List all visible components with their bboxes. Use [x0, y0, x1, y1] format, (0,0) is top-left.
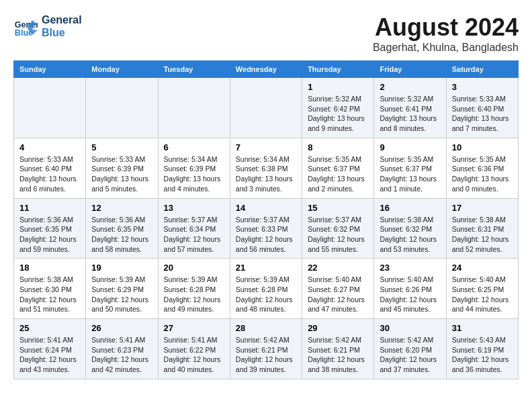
day-cell: 9Sunrise: 5:35 AM Sunset: 6:37 PM Daylig…: [374, 138, 446, 198]
day-info: Sunrise: 5:34 AM Sunset: 6:38 PM Dayligh…: [236, 155, 293, 193]
day-cell: 27Sunrise: 5:41 AM Sunset: 6:22 PM Dayli…: [158, 319, 230, 379]
week-row-5: 25Sunrise: 5:41 AM Sunset: 6:24 PM Dayli…: [14, 319, 519, 379]
day-number: 30: [380, 323, 440, 333]
day-info: Sunrise: 5:38 AM Sunset: 6:32 PM Dayligh…: [380, 216, 437, 253]
day-info: Sunrise: 5:39 AM Sunset: 6:28 PM Dayligh…: [236, 275, 293, 313]
header-saturday: Saturday: [446, 61, 518, 78]
header-sunday: Sunday: [14, 61, 86, 78]
header-thursday: Thursday: [302, 61, 374, 78]
day-number: 26: [91, 323, 152, 333]
day-info: Sunrise: 5:41 AM Sunset: 6:24 PM Dayligh…: [19, 336, 77, 373]
day-info: Sunrise: 5:42 AM Sunset: 6:20 PM Dayligh…: [380, 336, 437, 373]
day-info: Sunrise: 5:42 AM Sunset: 6:21 PM Dayligh…: [308, 336, 365, 373]
main-title: August 2024: [373, 13, 519, 42]
day-cell: 12Sunrise: 5:36 AM Sunset: 6:35 PM Dayli…: [86, 198, 158, 259]
day-number: 17: [452, 203, 513, 213]
day-cell: 19Sunrise: 5:39 AM Sunset: 6:29 PM Dayli…: [86, 259, 158, 319]
day-cell: 17Sunrise: 5:38 AM Sunset: 6:31 PM Dayli…: [446, 198, 518, 259]
day-number: 29: [308, 323, 368, 333]
day-cell: 24Sunrise: 5:40 AM Sunset: 6:25 PM Dayli…: [446, 259, 518, 319]
header-monday: Monday: [86, 61, 158, 78]
day-info: Sunrise: 5:40 AM Sunset: 6:26 PM Dayligh…: [380, 275, 437, 313]
day-cell: 14Sunrise: 5:37 AM Sunset: 6:33 PM Dayli…: [230, 198, 302, 259]
day-number: 4: [19, 142, 80, 152]
day-cell: 30Sunrise: 5:42 AM Sunset: 6:20 PM Dayli…: [374, 319, 446, 379]
week-row-1: 1Sunrise: 5:32 AM Sunset: 6:42 PM Daylig…: [14, 78, 519, 138]
day-info: Sunrise: 5:40 AM Sunset: 6:27 PM Dayligh…: [308, 275, 365, 313]
day-info: Sunrise: 5:36 AM Sunset: 6:35 PM Dayligh…: [91, 216, 148, 253]
day-info: Sunrise: 5:37 AM Sunset: 6:32 PM Dayligh…: [308, 216, 365, 253]
title-block: August 2024 Bagerhat, Khulna, Bangladesh: [373, 13, 519, 54]
day-cell: 18Sunrise: 5:38 AM Sunset: 6:30 PM Dayli…: [14, 259, 86, 319]
day-cell: 8Sunrise: 5:35 AM Sunset: 6:37 PM Daylig…: [302, 138, 374, 198]
page-header: General Blue General Blue August 2024 Ba…: [13, 13, 519, 54]
day-cell: 28Sunrise: 5:42 AM Sunset: 6:21 PM Dayli…: [230, 319, 302, 379]
day-info: Sunrise: 5:34 AM Sunset: 6:39 PM Dayligh…: [164, 155, 221, 193]
week-row-3: 11Sunrise: 5:36 AM Sunset: 6:35 PM Dayli…: [14, 198, 519, 259]
day-cell: 13Sunrise: 5:37 AM Sunset: 6:34 PM Dayli…: [158, 198, 230, 259]
day-info: Sunrise: 5:41 AM Sunset: 6:22 PM Dayligh…: [164, 336, 221, 373]
day-info: Sunrise: 5:42 AM Sunset: 6:21 PM Dayligh…: [236, 336, 293, 373]
day-number: 16: [380, 203, 440, 213]
subtitle: Bagerhat, Khulna, Bangladesh: [373, 42, 519, 54]
day-cell: 6Sunrise: 5:34 AM Sunset: 6:39 PM Daylig…: [158, 138, 230, 198]
day-number: 18: [19, 263, 80, 273]
day-cell: 2Sunrise: 5:32 AM Sunset: 6:41 PM Daylig…: [374, 78, 446, 138]
day-number: 31: [452, 323, 513, 333]
day-cell: 21Sunrise: 5:39 AM Sunset: 6:28 PM Dayli…: [230, 259, 302, 319]
day-number: 19: [91, 263, 152, 273]
day-number: 6: [164, 142, 224, 152]
day-cell: [86, 78, 158, 138]
week-row-2: 4Sunrise: 5:33 AM Sunset: 6:40 PM Daylig…: [14, 138, 519, 198]
day-cell: 22Sunrise: 5:40 AM Sunset: 6:27 PM Dayli…: [302, 259, 374, 319]
day-number: 24: [452, 263, 513, 273]
day-cell: 16Sunrise: 5:38 AM Sunset: 6:32 PM Dayli…: [374, 198, 446, 259]
calendar-table: Sunday Monday Tuesday Wednesday Thursday…: [13, 60, 519, 379]
day-number: 5: [91, 142, 152, 152]
day-number: 3: [452, 82, 513, 92]
day-number: 22: [308, 263, 368, 273]
day-number: 9: [380, 142, 440, 152]
day-cell: 15Sunrise: 5:37 AM Sunset: 6:32 PM Dayli…: [302, 198, 374, 259]
header-wednesday: Wednesday: [230, 61, 302, 78]
logo-icon: General Blue: [13, 14, 38, 38]
day-info: Sunrise: 5:39 AM Sunset: 6:28 PM Dayligh…: [164, 275, 221, 313]
logo-name-line1: General: [42, 13, 82, 26]
day-cell: 11Sunrise: 5:36 AM Sunset: 6:35 PM Dayli…: [14, 198, 86, 259]
day-info: Sunrise: 5:38 AM Sunset: 6:31 PM Dayligh…: [452, 216, 509, 253]
day-cell: 26Sunrise: 5:41 AM Sunset: 6:23 PM Dayli…: [86, 319, 158, 379]
header-row: Sunday Monday Tuesday Wednesday Thursday…: [14, 61, 519, 78]
day-number: 28: [236, 323, 296, 333]
day-cell: 3Sunrise: 5:33 AM Sunset: 6:40 PM Daylig…: [446, 78, 518, 138]
day-info: Sunrise: 5:32 AM Sunset: 6:41 PM Dayligh…: [380, 95, 437, 132]
day-number: 27: [164, 323, 224, 333]
day-info: Sunrise: 5:43 AM Sunset: 6:19 PM Dayligh…: [452, 336, 509, 373]
header-friday: Friday: [374, 61, 446, 78]
day-cell: 29Sunrise: 5:42 AM Sunset: 6:21 PM Dayli…: [302, 319, 374, 379]
day-cell: 25Sunrise: 5:41 AM Sunset: 6:24 PM Dayli…: [14, 319, 86, 379]
day-info: Sunrise: 5:35 AM Sunset: 6:37 PM Dayligh…: [308, 155, 365, 193]
day-cell: 5Sunrise: 5:33 AM Sunset: 6:39 PM Daylig…: [86, 138, 158, 198]
day-cell: [158, 78, 230, 138]
day-info: Sunrise: 5:33 AM Sunset: 6:40 PM Dayligh…: [452, 95, 509, 132]
day-cell: 1Sunrise: 5:32 AM Sunset: 6:42 PM Daylig…: [302, 78, 374, 138]
day-info: Sunrise: 5:33 AM Sunset: 6:40 PM Dayligh…: [19, 155, 77, 193]
day-number: 10: [452, 142, 513, 152]
day-info: Sunrise: 5:35 AM Sunset: 6:36 PM Dayligh…: [452, 155, 509, 193]
day-info: Sunrise: 5:32 AM Sunset: 6:42 PM Dayligh…: [308, 95, 365, 132]
day-cell: [230, 78, 302, 138]
week-row-4: 18Sunrise: 5:38 AM Sunset: 6:30 PM Dayli…: [14, 259, 519, 319]
day-number: 21: [236, 263, 296, 273]
day-info: Sunrise: 5:36 AM Sunset: 6:35 PM Dayligh…: [19, 216, 77, 253]
day-info: Sunrise: 5:40 AM Sunset: 6:25 PM Dayligh…: [452, 275, 509, 313]
day-cell: 23Sunrise: 5:40 AM Sunset: 6:26 PM Dayli…: [374, 259, 446, 319]
day-number: 11: [19, 203, 80, 213]
day-number: 12: [91, 203, 152, 213]
day-cell: [14, 78, 86, 138]
day-cell: 20Sunrise: 5:39 AM Sunset: 6:28 PM Dayli…: [158, 259, 230, 319]
day-number: 7: [236, 142, 296, 152]
day-number: 15: [308, 203, 368, 213]
day-info: Sunrise: 5:37 AM Sunset: 6:33 PM Dayligh…: [236, 216, 293, 253]
day-number: 14: [236, 203, 296, 213]
day-number: 20: [164, 263, 224, 273]
